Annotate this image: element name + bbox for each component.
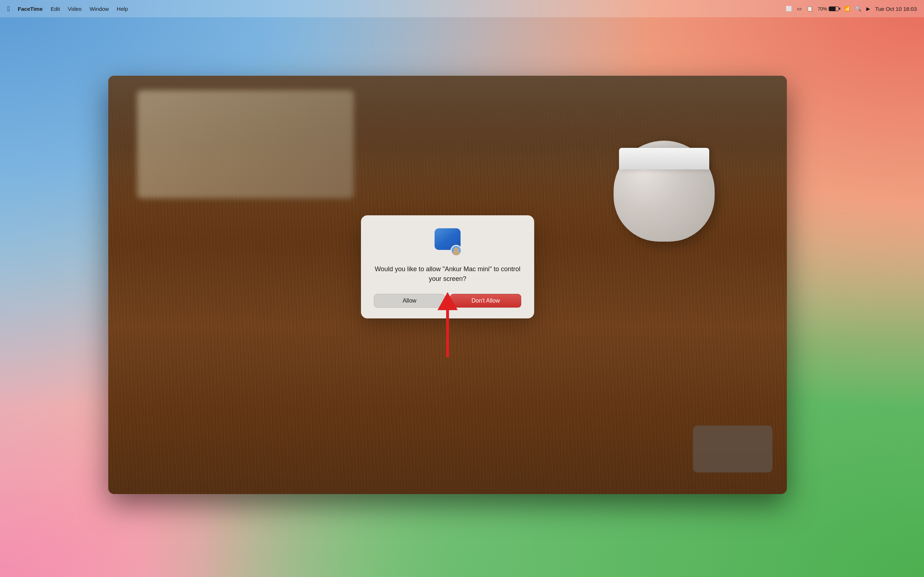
clock: Tue Oct 10 16:03	[875, 6, 917, 12]
app-name-menu[interactable]: FaceTime	[18, 6, 43, 12]
battery-bar	[829, 6, 839, 11]
clipboard-icon[interactable]: 📋	[807, 6, 813, 11]
screenshare-icon	[433, 228, 462, 257]
battery-pct-label: 70%	[818, 6, 827, 11]
menubar-right: ⬜ ▭ 📋 70% 📶 🔍 ▶ Tue Oct 10 16:03	[786, 6, 917, 12]
apple-logo-icon[interactable]: 	[7, 5, 10, 13]
menubar-left:  FaceTime Edit Video Window Help	[7, 5, 128, 13]
battery-fill	[829, 7, 835, 11]
battery-indicator: 70%	[818, 6, 839, 11]
person-body-icon	[452, 251, 460, 256]
tablet-icon[interactable]: ▭	[797, 6, 802, 11]
wifi-icon[interactable]: 📶	[844, 6, 850, 11]
screen-record-icon[interactable]: ⬜	[786, 6, 792, 11]
spotlight-search-icon[interactable]: 🔍	[855, 6, 861, 11]
dialog-overlay: Would you like to allow "Ankur Mac mini"…	[108, 76, 787, 494]
control-center-icon[interactable]: ▶	[866, 6, 870, 11]
menubar:  FaceTime Edit Video Window Help ⬜ ▭ 📋 …	[0, 0, 924, 17]
screenshare-person-icon	[451, 245, 462, 256]
edit-menu[interactable]: Edit	[50, 6, 60, 12]
arrow-head-icon	[438, 292, 458, 310]
dialog-icon	[433, 228, 462, 257]
video-menu[interactable]: Video	[68, 6, 82, 12]
facetime-window: Would you like to allow "Ankur Mac mini"…	[108, 76, 787, 494]
window-menu[interactable]: Window	[89, 6, 109, 12]
dialog-message: Would you like to allow "Ankur Mac mini"…	[374, 264, 521, 284]
desktop:  FaceTime Edit Video Window Help ⬜ ▭ 📋 …	[0, 0, 924, 577]
allow-button[interactable]: Allow	[374, 294, 445, 308]
help-menu[interactable]: Help	[117, 6, 128, 12]
dont-allow-button[interactable]: Don't Allow	[450, 294, 521, 308]
annotation-arrow	[438, 292, 458, 357]
window-content: Would you like to allow "Ankur Mac mini"…	[108, 76, 787, 494]
arrow-shaft	[446, 310, 449, 357]
